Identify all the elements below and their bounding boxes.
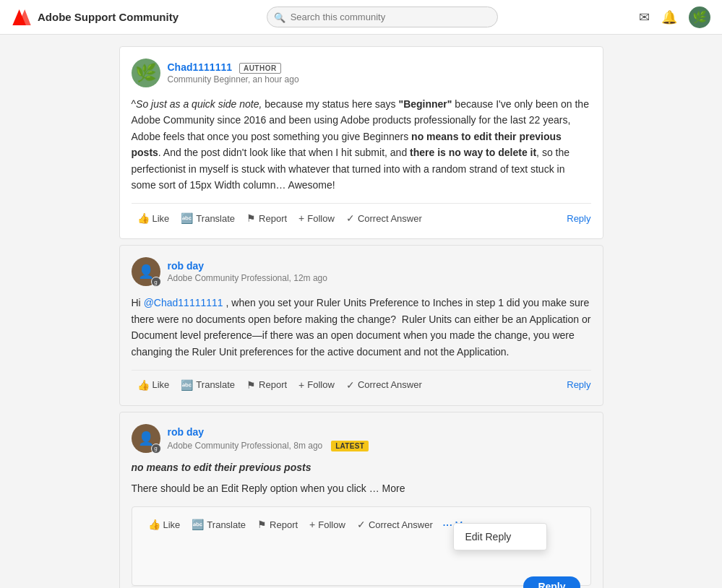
correct-icon: ✓ [346, 212, 355, 224]
translate-button-chad[interactable]: 🔤 Translate [175, 209, 241, 227]
correct-answer-button-chad[interactable]: ✓ Correct Answer [340, 209, 428, 227]
like-label: Like [163, 519, 181, 530]
translate-label: Translate [196, 379, 235, 390]
report-icon: ⚑ [246, 212, 256, 224]
report-label: Report [270, 519, 298, 530]
reply-submit-button[interactable]: Reply [523, 576, 580, 588]
latest-badge-rob2: LATEST [331, 441, 369, 451]
like-label: Like [152, 213, 170, 224]
follow-label: Follow [307, 213, 335, 224]
translate-button-rob2-inner[interactable]: 🔤 Translate [186, 516, 252, 533]
report-button-chad[interactable]: ⚑ Report [241, 209, 293, 227]
follow-button-rob2-inner[interactable]: + Follow [304, 516, 351, 533]
reply-button-rob1[interactable]: Reply [567, 379, 590, 390]
post-body-chad: ^So just as a quick side note, because m… [132, 96, 591, 193]
author-badge-chad: AUTHOR [239, 63, 281, 74]
body-text-rob2: There should be an Edit Reply option whe… [132, 483, 405, 494]
follow-label: Follow [318, 519, 345, 530]
search-area: 🔍 [267, 7, 498, 27]
follow-label: Follow [307, 379, 335, 390]
follow-plus-icon: + [298, 212, 304, 224]
brand-area: Adobe Support Community [12, 9, 179, 25]
translate-icon: 🔤 [192, 519, 204, 530]
quote-text-rob2: no means to edit their previous posts [132, 462, 311, 473]
report-icon: ⚑ [246, 379, 256, 391]
post-body-rob1: Hi @Chad11111111 , when you set your Rul… [132, 295, 591, 360]
quote-block-rob2: no means to edit their previous posts [132, 462, 591, 473]
like-icon: 👍 [148, 519, 160, 530]
post-chad: 🌿 Chad1111111 AUTHOR Community Beginner,… [119, 46, 603, 239]
translate-icon: 🔤 [181, 212, 193, 224]
user-avatar-header[interactable]: 🌿 [689, 7, 710, 28]
username-rob2[interactable]: rob day [168, 426, 369, 438]
post-subtitle-chad: Community Beginner, an hour ago [168, 74, 299, 85]
avatar-wrap-rob1: 👤 g [132, 257, 160, 286]
post-header-rob1: 👤 g rob day Adobe Community Professional… [132, 257, 591, 286]
like-button-rob1[interactable]: 👍 Like [132, 376, 176, 394]
post-rob-2: 👤 g rob day Adobe Community Professional… [119, 412, 603, 588]
post-rob-1: 👤 g rob day Adobe Community Professional… [119, 245, 603, 406]
follow-plus-icon: + [309, 519, 315, 530]
post-body-rob2: There should be an Edit Reply option whe… [132, 480, 591, 496]
edit-reply-item[interactable]: Edit Reply [454, 524, 546, 550]
post-header-rob2: 👤 g rob day Adobe Community Professional… [132, 424, 591, 453]
report-icon: ⚑ [257, 519, 267, 530]
mod-badge-rob2: g [151, 444, 161, 454]
search-icon: 🔍 [274, 12, 285, 22]
site-title: Adobe Support Community [38, 11, 179, 23]
correct-label: Correct Answer [358, 213, 422, 224]
subtitle-row-rob2: Adobe Community Professional, 8m ago LAT… [168, 439, 369, 451]
report-button-rob1[interactable]: ⚑ Report [241, 376, 293, 394]
correct-label: Correct Answer [358, 379, 422, 390]
translate-icon: 🔤 [181, 379, 193, 391]
post-meta-chad: Chad1111111 AUTHOR Community Beginner, a… [168, 61, 299, 85]
username-rob1[interactable]: rob day [168, 260, 327, 272]
mod-badge-rob1: g [151, 277, 161, 287]
translate-label: Translate [196, 213, 235, 224]
mail-icon[interactable]: ✉ [639, 9, 650, 25]
follow-button-rob1[interactable]: + Follow [293, 376, 340, 394]
translate-label: Translate [207, 519, 246, 530]
bell-icon[interactable]: 🔔 [661, 9, 677, 25]
like-button-rob2-inner[interactable]: 👍 Like [142, 516, 186, 533]
reply-button-chad[interactable]: Reply [567, 213, 590, 224]
correct-label: Correct Answer [369, 519, 433, 530]
username-row: Chad1111111 AUTHOR [168, 61, 299, 73]
dropdown-menu-rob2: Edit Reply [453, 523, 547, 550]
report-label: Report [259, 379, 287, 390]
avatar-chad: 🌿 [132, 59, 160, 87]
username-chad[interactable]: Chad1111111 [168, 61, 233, 73]
adobe-logo-icon [12, 9, 32, 25]
mention-chad[interactable]: @Chad11111111 [144, 297, 223, 308]
correct-icon: ✓ [346, 379, 355, 391]
header-actions: ✉ 🔔 🌿 [639, 7, 710, 28]
action-bar-chad: 👍 Like 🔤 Translate ⚑ Report + Follow ✓ C… [132, 203, 591, 227]
correct-answer-button-rob2-inner[interactable]: ✓ Correct Answer [351, 516, 439, 533]
avatar-wrap-rob2: 👤 g [132, 424, 160, 453]
search-input[interactable] [267, 7, 498, 27]
correct-answer-button-rob1[interactable]: ✓ Correct Answer [340, 376, 428, 394]
follow-plus-icon: + [298, 379, 304, 391]
report-label: Report [259, 213, 287, 224]
like-icon: 👍 [137, 379, 150, 391]
post-meta-rob2: rob day Adobe Community Professional, 8m… [168, 426, 369, 451]
follow-button-chad[interactable]: + Follow [293, 209, 340, 227]
reply-section-rob2: 👍 Like 🔤 Translate ⚑ Report + Follow ✓ [132, 506, 591, 586]
report-button-rob2-inner[interactable]: ⚑ Report [252, 516, 304, 533]
main-content: 🌿 Chad1111111 AUTHOR Community Beginner,… [119, 35, 603, 588]
correct-icon: ✓ [357, 519, 366, 530]
translate-button-rob1[interactable]: 🔤 Translate [175, 376, 241, 394]
like-label: Like [152, 379, 170, 390]
post-subtitle-rob2: Adobe Community Professional, 8m ago [168, 441, 323, 451]
more-dots-icon: ··· [443, 519, 453, 530]
like-button-chad[interactable]: 👍 Like [132, 209, 176, 227]
post-header-chad: 🌿 Chad1111111 AUTHOR Community Beginner,… [132, 59, 591, 87]
action-bar-rob1: 👍 Like 🔤 Translate ⚑ Report + Follow ✓ C… [132, 370, 591, 394]
like-icon: 👍 [137, 212, 150, 224]
post-subtitle-rob1: Adobe Community Professional, 12m ago [168, 273, 327, 283]
post-meta-rob1: rob day Adobe Community Professional, 12… [168, 260, 327, 283]
site-header: Adobe Support Community 🔍 ✉ 🔔 🌿 [0, 0, 722, 35]
